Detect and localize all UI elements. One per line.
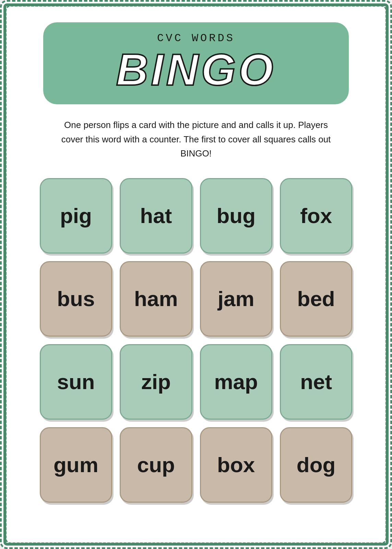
card-ham[interactable]: ham xyxy=(120,261,192,337)
card-bug[interactable]: bug xyxy=(200,178,272,254)
card-bed[interactable]: bed xyxy=(280,261,352,337)
card-zip[interactable]: zip xyxy=(120,344,192,420)
card-hat[interactable]: hat xyxy=(120,178,192,254)
card-fox[interactable]: fox xyxy=(280,178,352,254)
card-bus[interactable]: bus xyxy=(40,261,112,337)
card-map[interactable]: map xyxy=(200,344,272,420)
card-jam[interactable]: jam xyxy=(200,261,272,337)
card-dog[interactable]: dog xyxy=(280,427,352,503)
subtitle: CVC WORDS xyxy=(157,32,235,45)
card-cup[interactable]: cup xyxy=(120,427,192,503)
card-net[interactable]: net xyxy=(280,344,352,420)
card-sun[interactable]: sun xyxy=(40,344,112,420)
card-box[interactable]: box xyxy=(200,427,272,503)
card-pig[interactable]: pig xyxy=(40,178,112,254)
header-banner: CVC WORDS BINGO xyxy=(43,22,349,104)
page: CVC WORDS BINGO One person flips a card … xyxy=(0,0,392,549)
main-title: BINGO xyxy=(116,47,276,92)
card-gum[interactable]: gum xyxy=(40,427,112,503)
bingo-grid: pig hat bug fox bus ham jam bed sun zip … xyxy=(40,178,353,503)
instructions-text: One person flips a card with the picture… xyxy=(56,118,337,161)
